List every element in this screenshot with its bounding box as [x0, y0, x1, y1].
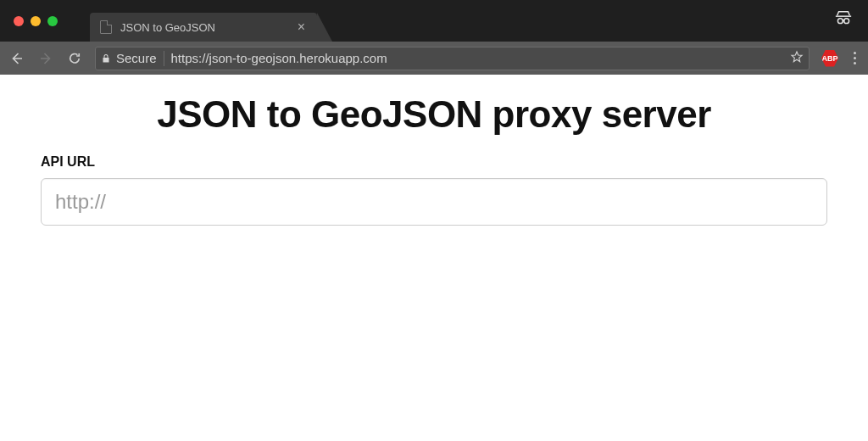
- secure-chip[interactable]: Secure: [101, 51, 164, 66]
- address-bar[interactable]: Secure https://json-to-geojson.herokuapp…: [95, 47, 810, 70]
- adblock-extension-icon[interactable]: ABP: [821, 50, 838, 67]
- page-content: JSON to GeoJSON proxy server API URL: [0, 75, 868, 226]
- window-minimize-button[interactable]: [31, 16, 41, 26]
- incognito-icon: [834, 8, 853, 34]
- back-button[interactable]: [8, 50, 25, 67]
- api-url-input[interactable]: [41, 178, 827, 226]
- window-title-bar: JSON to GeoJSON ×: [0, 0, 868, 42]
- lock-icon: [101, 53, 111, 64]
- url-text: https://json-to-geojson.herokuapp.com: [171, 51, 783, 65]
- window-close-button[interactable]: [14, 16, 24, 26]
- window-maximize-button[interactable]: [47, 16, 58, 26]
- api-url-label: API URL: [41, 154, 827, 170]
- svg-point-1: [844, 18, 849, 23]
- reload-button[interactable]: [66, 50, 83, 67]
- forward-button[interactable]: [37, 50, 54, 67]
- browser-tab[interactable]: JSON to GeoJSON ×: [90, 13, 317, 42]
- page-icon: [100, 20, 112, 34]
- svg-point-0: [837, 18, 843, 23]
- browser-toolbar: Secure https://json-to-geojson.herokuapp…: [0, 42, 868, 75]
- bookmark-star-icon[interactable]: [790, 50, 804, 66]
- tab-title: JSON to GeoJSON: [120, 21, 296, 34]
- page-heading: JSON to GeoJSON proxy server: [41, 93, 827, 136]
- browser-menu-button[interactable]: [850, 52, 860, 64]
- secure-label: Secure: [116, 51, 157, 65]
- tab-strip: JSON to GeoJSON ×: [90, 0, 317, 42]
- traffic-lights: [0, 16, 58, 42]
- tab-close-icon[interactable]: ×: [296, 19, 307, 36]
